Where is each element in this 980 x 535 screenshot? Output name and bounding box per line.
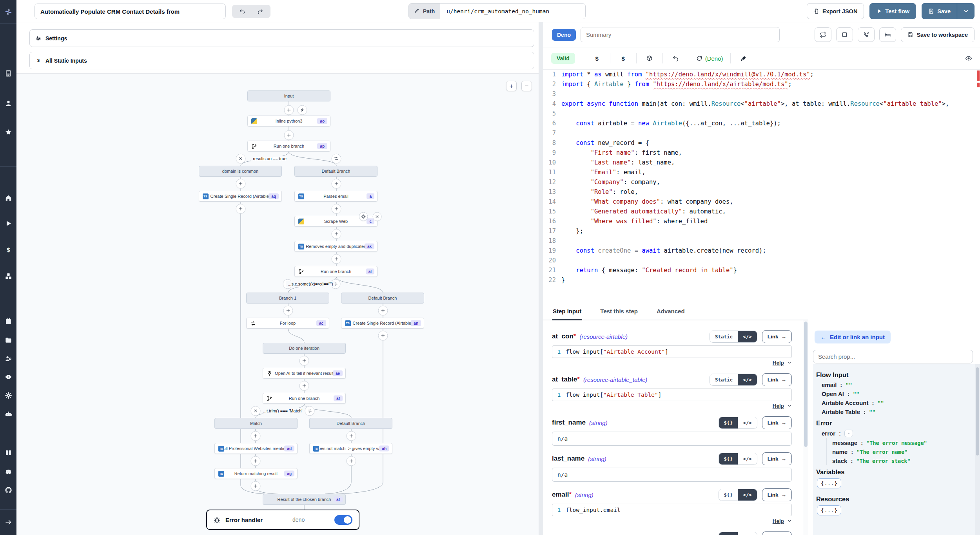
- link-button[interactable]: Link→: [762, 416, 792, 429]
- insert-step-button[interactable]: [299, 356, 309, 366]
- save-button[interactable]: Save: [922, 3, 957, 19]
- github-icon[interactable]: [0, 483, 16, 497]
- insert-step-button[interactable]: [284, 130, 294, 140]
- tab-advanced[interactable]: Advanced: [656, 303, 686, 320]
- save-dropdown-button[interactable]: [957, 3, 975, 19]
- flow-node-inline-python3-ao[interactable]: Inline python3ao: [247, 116, 330, 127]
- edit-or-link-button[interactable]: ← Edit or link an input: [815, 331, 891, 343]
- zoom-in-button[interactable]: +: [506, 81, 517, 91]
- path-field[interactable]: Path u/henri/crm_automated_no_human: [408, 3, 586, 19]
- help-link[interactable]: Help: [773, 403, 784, 409]
- flow-node-branch-1-h3[interactable]: Branch 1: [246, 293, 329, 304]
- language-badge[interactable]: Deno: [552, 29, 576, 41]
- windmill-logo-icon[interactable]: [0, 5, 16, 18]
- prop-item-airtable-table[interactable]: Airtable Table:"": [816, 407, 975, 416]
- reset-button[interactable]: [663, 55, 689, 62]
- flow-node-create-single-record-airtable-an[interactable]: TSCreate Single Record (Airtable)an: [341, 318, 424, 329]
- branch-compare-icon[interactable]: [332, 154, 341, 164]
- prop-item-stack[interactable]: stack:"The error stack": [826, 456, 975, 465]
- prop-item-error[interactable]: error:-: [816, 428, 975, 438]
- flow-node-removes-empty-and-duplicates-ak[interactable]: TSRemoves empty and duplicatesak: [294, 241, 377, 252]
- flow-node-default-branch-h2[interactable]: Default Branch: [294, 166, 377, 177]
- toggle-template[interactable]: ${}: [719, 417, 738, 428]
- flow-node-domain-is-common-h1[interactable]: domain is common: [199, 166, 282, 177]
- play-icon[interactable]: [0, 217, 16, 230]
- variable-picker-button[interactable]: $: [584, 55, 610, 62]
- flow-node-open-ai-to-tell-if-relevant-result-ae[interactable]: Open AI to tell if relevant resultae: [263, 368, 346, 379]
- insert-step-button[interactable]: [378, 306, 388, 316]
- insert-step-button[interactable]: [332, 204, 341, 214]
- flow-node-parses-email-a[interactable]: TSParses emaila: [294, 191, 377, 202]
- panel-resize-handle[interactable]: [539, 22, 543, 535]
- eye-icon[interactable]: [0, 370, 16, 383]
- flow-node-run-one-branch-al[interactable]: Run one branchal: [294, 266, 377, 277]
- toggle-javascript[interactable]: </>: [738, 453, 757, 465]
- branch-compare-icon[interactable]: [305, 406, 315, 416]
- building-icon[interactable]: [0, 67, 16, 80]
- restart-icon-button[interactable]: [815, 27, 831, 42]
- users-gear-icon[interactable]: [0, 352, 16, 365]
- search-prop-input[interactable]: [813, 350, 973, 363]
- prop-item-airtable-account[interactable]: Airtable Account:"": [816, 398, 975, 407]
- insert-step-button[interactable]: [378, 331, 388, 341]
- toggle-javascript[interactable]: </>: [738, 331, 757, 342]
- star-icon[interactable]: [0, 125, 16, 139]
- delete-node-button[interactable]: [373, 212, 382, 221]
- zoom-out-button[interactable]: −: [521, 81, 532, 91]
- insert-step-button[interactable]: [251, 481, 261, 491]
- flow-node-create-single-record-airtable-aq[interactable]: TSCreate Single Record (Airtable)aq: [199, 191, 282, 202]
- prop-item-email[interactable]: email:"": [816, 380, 975, 389]
- flow-node-default-branch-h4[interactable]: Default Branch: [341, 293, 424, 304]
- tab-test-this-step[interactable]: Test this step: [599, 303, 639, 320]
- link-button[interactable]: Link→: [762, 488, 792, 501]
- toggle-template[interactable]: ${}: [719, 532, 738, 535]
- trigger-bolt-icon[interactable]: [298, 105, 307, 115]
- toggle-static[interactable]: Static: [710, 374, 738, 385]
- insert-step-button[interactable]: [332, 229, 341, 239]
- flow-node-input-input[interactable]: Input: [247, 90, 330, 101]
- link-button[interactable]: Link→: [762, 531, 792, 535]
- toggle-javascript[interactable]: </>: [738, 417, 757, 428]
- link-button[interactable]: Link→: [762, 452, 792, 465]
- folder-icon[interactable]: [0, 333, 16, 347]
- flow-title-input[interactable]: [34, 4, 226, 19]
- assistant-reload[interactable]: (Deno): [689, 55, 730, 62]
- stop-condition-icon[interactable]: [251, 406, 261, 416]
- insert-step-button[interactable]: [283, 306, 293, 316]
- prop-object-chip-variables[interactable]: {...}: [817, 478, 841, 488]
- field-expression-editor[interactable]: 1flow_input["Airtable Account"]: [552, 345, 792, 358]
- tab-step-input[interactable]: Step Input: [552, 303, 582, 320]
- export-json-button[interactable]: Export JSON: [807, 3, 864, 19]
- toggle-template[interactable]: ${}: [719, 489, 738, 501]
- help-link[interactable]: Help: [773, 518, 784, 524]
- help-link[interactable]: Help: [773, 360, 784, 366]
- stop-icon-button[interactable]: [836, 27, 853, 42]
- field-value-input[interactable]: n/a: [552, 468, 792, 482]
- insert-step-button[interactable]: [332, 179, 341, 189]
- insert-step-button[interactable]: [284, 105, 294, 115]
- code-editor[interactable]: 1import * as wmill from "https://deno.la…: [543, 70, 980, 300]
- prop-item-message[interactable]: message:"The error message": [826, 438, 975, 447]
- stop-condition-icon[interactable]: [236, 154, 246, 164]
- toggle-javascript[interactable]: </>: [738, 489, 757, 501]
- field-expression-editor[interactable]: 1flow_input["Airtable Table"]: [552, 389, 792, 401]
- insert-step-button[interactable]: [332, 254, 341, 264]
- path-value[interactable]: u/henri/crm_automated_no_human: [440, 4, 585, 19]
- static-inputs-bar[interactable]: $ All Static Inputs: [29, 52, 534, 69]
- prop-object-chip-resources[interactable]: {...}: [817, 505, 841, 515]
- summary-input[interactable]: [581, 27, 780, 42]
- flow-node-run-one-branch-ap[interactable]: Run one branchap: [247, 141, 330, 152]
- insert-step-button[interactable]: [299, 381, 309, 391]
- calendar-icon[interactable]: [0, 314, 16, 328]
- insert-step-button[interactable]: [236, 204, 246, 214]
- sleep-icon-button[interactable]: [879, 27, 896, 42]
- error-handler-node[interactable]: Error handler deno: [206, 510, 359, 530]
- user-icon[interactable]: [0, 96, 16, 110]
- field-expression-editor[interactable]: 1flow_input.email: [552, 504, 792, 516]
- flow-node-does-not-match-gives-empty-value-ah[interactable]: TSDoes not match -> gives empty valueah: [309, 443, 392, 454]
- robot-icon[interactable]: [0, 407, 16, 421]
- save-to-workspace-button[interactable]: Save to workspace: [901, 27, 975, 42]
- insert-step-button[interactable]: [347, 431, 356, 441]
- home-icon[interactable]: [0, 191, 16, 204]
- preview-toggle-eye-icon[interactable]: [965, 55, 972, 62]
